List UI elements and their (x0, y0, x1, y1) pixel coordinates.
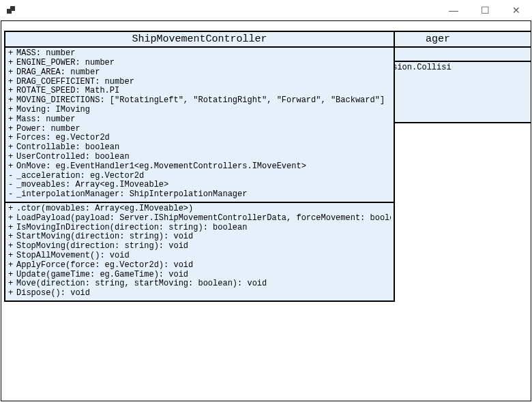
operation-row-text: IsMovingInDirection(direction: string): … (16, 223, 247, 232)
attribute-row-text: _moveables: Array<eg.IMoveable> (16, 181, 168, 189)
attribute-row: +ENGINE_POWER: number (8, 59, 391, 68)
operation-row-text: ApplyForce(force: eg.Vector2d): void (16, 261, 193, 270)
attribute-row-text: DRAG_AREA: number (16, 68, 100, 77)
operation-row: +StopMoving(direction: string): void (8, 242, 391, 251)
attribute-row: -_moveables: Array<eg.IMoveable> (8, 181, 391, 190)
operation-row: +StopAllMovement(): void (8, 251, 391, 261)
operation-row-text: StartMoving(direction: string): void (16, 232, 193, 241)
visibility-marker: + (8, 204, 16, 214)
visibility-marker: - (8, 172, 16, 181)
visibility-marker: + (8, 251, 16, 261)
attribute-row-text: Controllable: boolean (16, 143, 119, 152)
attribute-row: -_acceleration: eg.Vector2d (8, 172, 391, 181)
operation-row: +LoadPayload(payload: Server.IShipMoveme… (8, 214, 391, 223)
close-button[interactable]: ✕ (501, 0, 532, 20)
operation-row: +ApplyForce(force: eg.Vector2d): void (8, 261, 391, 270)
visibility-marker: + (8, 242, 16, 251)
visibility-marker: + (8, 289, 16, 298)
attribute-row-text: MOVING_DIRECTIONS: ["RotatingLeft", "Rot… (16, 96, 385, 105)
operations-section: +.ctor(movables: Array<eg.IMoveable>)+Lo… (5, 202, 394, 300)
attribute-row-text: _acceleration: eg.Vector2d (16, 172, 144, 181)
visibility-marker: + (8, 49, 16, 59)
attribute-row: +ROTATE_SPEED: Math.PI (8, 87, 391, 96)
app-window: — ☐ ✕ ager anager: eg.Collision.Collisi … (0, 0, 532, 402)
visibility-marker: + (8, 214, 16, 223)
operation-row-text: LoadPayload(payload: Server.IShipMovemen… (16, 214, 391, 223)
attribute-row: +DRAG_AREA: number (8, 68, 391, 78)
operation-row-text: StopMoving(direction: string): void (16, 242, 188, 251)
visibility-marker: + (8, 68, 16, 78)
visibility-marker: - (8, 190, 16, 200)
visibility-marker: + (8, 125, 16, 134)
attribute-row: +MASS: number (8, 49, 391, 59)
attribute-row-text: Forces: eg.Vector2d (16, 134, 110, 142)
attribute-row-text: Mass: number (16, 115, 75, 124)
operation-row: +Update(gameTime: eg.GameTime): void (8, 270, 391, 280)
app-icon (5, 5, 16, 16)
maximize-button[interactable]: ☐ (469, 0, 501, 20)
attribute-row-text: OnMove: eg.EventHandler1<eg.MovementCont… (16, 162, 306, 171)
visibility-marker: - (8, 181, 16, 190)
visibility-marker: + (8, 87, 16, 96)
visibility-marker: + (8, 261, 16, 270)
attribute-row: +Mass: number (8, 115, 391, 125)
operation-row-text: StopAllMovement(): void (16, 251, 130, 260)
visibility-marker: + (8, 162, 16, 172)
operation-row-text: .ctor(movables: Array<eg.IMoveable>) (16, 204, 193, 213)
attribute-row-text: ENGINE_POWER: number (16, 59, 115, 67)
operation-row: +Move(direction: string, startMoving: bo… (8, 279, 391, 289)
attribute-row: +Controllable: boolean (8, 143, 391, 153)
visibility-marker: + (8, 279, 16, 289)
operation-row-text: Move(direction: string, startMoving: boo… (16, 279, 267, 288)
visibility-marker: + (8, 59, 16, 68)
attributes-section: +MASS: number+ENGINE_POWER: number+DRAG_… (5, 48, 394, 202)
visibility-marker: + (8, 134, 16, 143)
attribute-row-text: UserControlled: boolean (16, 153, 130, 161)
visibility-marker: + (8, 106, 16, 115)
minimize-button[interactable]: — (438, 0, 469, 20)
class-name-fragment: ager (426, 33, 450, 45)
attribute-row-text: _interpolationManager: ShipInterpolation… (16, 190, 247, 199)
window-controls: — ☐ ✕ (438, 0, 532, 20)
attribute-row-text: ROTATE_SPEED: Math.PI (16, 87, 119, 95)
diagram-canvas[interactable]: ager anager: eg.Collision.Collisi ShipMo… (1, 20, 531, 401)
operation-row: +StartMoving(direction: string): void (8, 232, 391, 242)
visibility-marker: + (8, 115, 16, 125)
attribute-row-text: Power: number (16, 125, 80, 134)
attribute-row: +OnMove: eg.EventHandler1<eg.MovementCon… (8, 162, 391, 172)
visibility-marker: + (8, 153, 16, 162)
attribute-row: +DRAG_COEFFICIENT: number (8, 78, 391, 87)
visibility-marker: + (8, 143, 16, 153)
class-title: ShipMovementController (5, 32, 394, 48)
attribute-row: +Power: number (8, 125, 391, 134)
uml-class-shipmovementcontroller[interactable]: ShipMovementController +MASS: number+ENG… (4, 31, 395, 302)
operation-row-text: Dispose(): void (16, 289, 90, 298)
operation-row: +.ctor(movables: Array<eg.IMoveable>) (8, 204, 391, 214)
attribute-row: +UserControlled: boolean (8, 153, 391, 162)
attribute-row: +Forces: eg.Vector2d (8, 134, 391, 143)
attribute-row-text: MASS: number (16, 49, 75, 58)
attribute-row: -_interpolationManager: ShipInterpolatio… (8, 190, 391, 200)
visibility-marker: + (8, 232, 16, 242)
operation-row: +Dispose(): void (8, 289, 391, 298)
titlebar[interactable]: — ☐ ✕ (0, 0, 532, 20)
visibility-marker: + (8, 223, 16, 233)
attribute-row: +MOVING_DIRECTIONS: ["RotatingLeft", "Ro… (8, 96, 391, 106)
attribute-row-text: DRAG_COEFFICIENT: number (16, 78, 134, 87)
attribute-row-text: Moving: IMoving (16, 106, 90, 114)
attribute-row: +Moving: IMoving (8, 106, 391, 115)
visibility-marker: + (8, 78, 16, 87)
visibility-marker: + (8, 96, 16, 106)
visibility-marker: + (8, 270, 16, 280)
operation-row: +IsMovingInDirection(direction: string):… (8, 223, 391, 233)
operation-row-text: Update(gameTime: eg.GameTime): void (16, 270, 188, 279)
